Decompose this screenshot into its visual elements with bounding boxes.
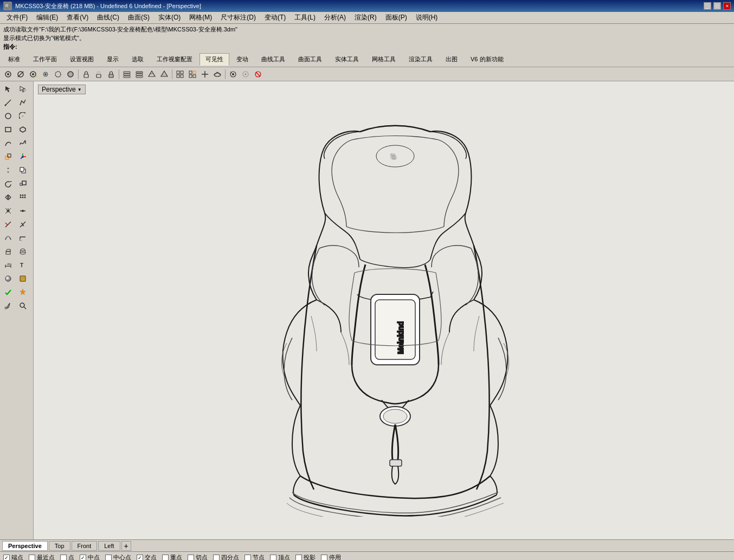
toolbar-tab[interactable]: 网格工具	[366, 53, 402, 66]
wire-display-icon[interactable]	[146, 68, 158, 80]
copy-tool[interactable]	[16, 164, 30, 177]
snap-item-重点[interactable]: 重点	[162, 553, 182, 560]
mirror-tool[interactable]	[1, 191, 15, 204]
toolbar-tab[interactable]: 实体工具	[329, 53, 365, 66]
snap-checkbox-最近点[interactable]	[29, 555, 35, 561]
toolbar-tab[interactable]: 可见性	[199, 53, 229, 66]
extend-tool[interactable]	[16, 218, 30, 231]
menu-item-menu-dim[interactable]: 尺寸标注(D)	[216, 12, 260, 23]
toolbar-tab[interactable]: 渲染工具	[403, 53, 439, 66]
rectangle-tool[interactable]	[1, 123, 15, 136]
hide-objects-icon[interactable]	[15, 68, 27, 80]
snap-checkbox-四分点[interactable]	[213, 555, 220, 561]
menu-item-menu-help[interactable]: 说明(H)	[411, 12, 442, 23]
arc-tool[interactable]	[16, 110, 30, 123]
snap-item-点[interactable]: 点	[60, 553, 74, 560]
snap-item-四分点[interactable]: 四分点	[213, 553, 239, 560]
line-tool[interactable]	[1, 96, 15, 109]
array-tool[interactable]	[16, 191, 30, 204]
snap-checkbox-停用[interactable]	[321, 555, 327, 561]
dimension-tool[interactable]: dim	[1, 259, 15, 272]
view-tab-left[interactable]: Left	[98, 541, 120, 551]
viewport-label[interactable]: Perspective ▼	[38, 85, 86, 94]
snap-item-切点[interactable]: 切点	[188, 553, 208, 560]
layer-icon2[interactable]	[133, 68, 145, 80]
menu-item-menu-tools[interactable]: 工具(L)	[290, 12, 320, 23]
snap-checkbox-投影[interactable]	[295, 555, 302, 561]
fillet-tool[interactable]	[16, 231, 30, 244]
extrude-tool[interactable]	[1, 245, 15, 258]
menu-item-menu-mesh[interactable]: 网格(M)	[185, 12, 216, 23]
toolbar-tab[interactable]: 曲面工具	[292, 53, 328, 66]
offset-tool[interactable]	[1, 231, 15, 244]
toolbar-tab[interactable]: 工作平面	[27, 53, 63, 66]
snap-item-投影[interactable]: 投影	[295, 553, 316, 560]
snap-checkbox-切点[interactable]	[188, 555, 194, 561]
rotate-tool[interactable]	[1, 177, 15, 190]
view-tab-top[interactable]: Top	[49, 541, 70, 551]
close-button[interactable]: ✕	[723, 2, 731, 10]
snap-item-节点[interactable]: 节点	[244, 553, 265, 560]
snap-checkbox-交点[interactable]	[137, 555, 143, 561]
invert-hide-icon[interactable]	[65, 68, 76, 80]
show-selected-icon[interactable]: +	[27, 68, 39, 80]
menu-item-menu-analyze[interactable]: 分析(A)	[320, 12, 350, 23]
menu-item-menu-curve[interactable]: 曲线(C)	[93, 12, 124, 23]
snap-item-顶点[interactable]: 顶点	[270, 553, 290, 560]
toolbar-tab[interactable]: 工作视窗配置	[151, 53, 198, 66]
viewport[interactable]: Perspective ▼	[34, 81, 734, 539]
trim-tool[interactable]	[1, 218, 15, 231]
snap-item-停用[interactable]: 停用	[321, 553, 341, 560]
render-obj-tool[interactable]	[1, 272, 15, 285]
menu-item-menu-file[interactable]: 文件(F)	[2, 12, 32, 23]
snap-item-中点[interactable]: 中点	[80, 553, 100, 560]
polygon-tool[interactable]	[16, 123, 30, 136]
layer-panel-icon[interactable]	[121, 68, 133, 80]
toolbar-tab[interactable]: 设置视图	[64, 53, 100, 66]
spline-tool[interactable]	[16, 137, 30, 150]
toolbar-tab[interactable]: 显示	[101, 53, 125, 66]
snap-checkbox-中心点[interactable]	[105, 555, 112, 561]
scale-tool[interactable]	[16, 177, 30, 190]
transform-tool[interactable]	[1, 150, 15, 163]
explode-tool[interactable]	[1, 204, 15, 217]
join-tool[interactable]	[16, 204, 30, 217]
toolbar-tab[interactable]: 曲线工具	[255, 53, 291, 66]
toolbar-tab[interactable]: 标准	[2, 53, 26, 66]
magnify-tool[interactable]	[16, 299, 30, 312]
circle-tool[interactable]	[1, 110, 15, 123]
select-tool[interactable]	[1, 82, 15, 95]
view-tab-perspective[interactable]: Perspective	[2, 541, 48, 551]
snap-item-中心点[interactable]: 中心点	[105, 553, 131, 560]
menu-item-menu-transform[interactable]: 变动(T)	[260, 12, 290, 23]
menu-item-menu-panel[interactable]: 面板(P)	[381, 12, 411, 23]
menu-item-menu-solid[interactable]: 实体(O)	[154, 12, 185, 23]
planar-icon[interactable]	[211, 68, 223, 80]
lock-unselected-icon[interactable]	[105, 68, 117, 80]
snap-checkbox-中点[interactable]	[80, 555, 86, 561]
maximize-button[interactable]: □	[713, 2, 721, 10]
snap-item-最近点[interactable]: 最近点	[29, 553, 55, 560]
check-tool[interactable]	[1, 286, 15, 299]
toolbar-tab[interactable]: 出图	[440, 53, 463, 66]
ortho-icon[interactable]	[199, 68, 211, 80]
menu-item-menu-view[interactable]: 查看(V)	[62, 12, 93, 23]
snap-checkbox-顶点[interactable]	[270, 555, 276, 561]
material-tool[interactable]	[16, 272, 30, 285]
text-tool[interactable]: T	[16, 259, 30, 272]
snap-off-icon[interactable]	[252, 68, 264, 80]
toolbar-tab[interactable]: V6 的新功能	[465, 53, 510, 66]
snap-checkbox-重点[interactable]	[162, 555, 169, 561]
view-tab-front[interactable]: Front	[72, 541, 98, 551]
show-all-icon[interactable]	[2, 68, 14, 80]
snap-item-端点[interactable]: 端点	[3, 553, 23, 560]
move-tool[interactable]	[1, 164, 15, 177]
snap-checkbox-端点[interactable]	[3, 555, 10, 561]
minimize-button[interactable]: _	[704, 2, 711, 10]
lock-objects-icon[interactable]	[80, 68, 92, 80]
toolbar-tab[interactable]: 选取	[126, 53, 150, 66]
toolbar-tab[interactable]: 变动	[230, 53, 254, 66]
menu-item-menu-surface[interactable]: 曲面(S)	[124, 12, 154, 23]
menu-item-menu-render[interactable]: 渲染(R)	[350, 12, 381, 23]
snap-checkbox-点[interactable]	[60, 555, 67, 561]
